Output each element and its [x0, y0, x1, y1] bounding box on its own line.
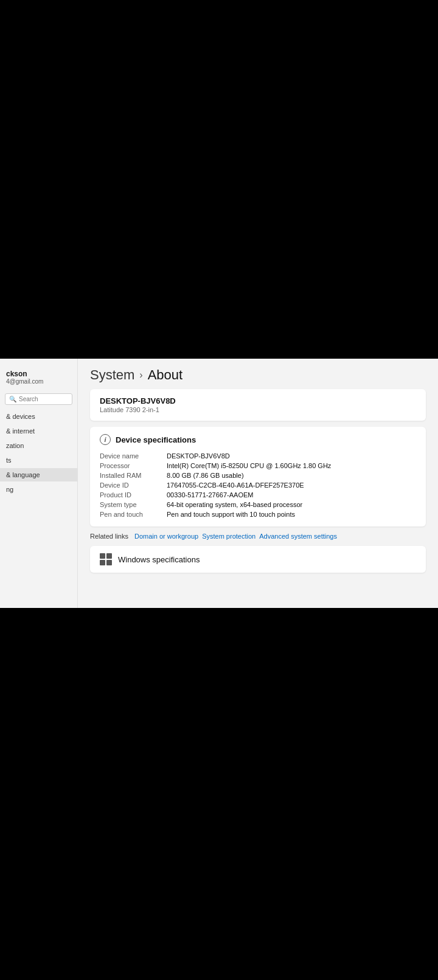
breadcrumb-arrow: › — [139, 370, 142, 381]
black-bottom-overlay — [0, 608, 438, 980]
spec-value-product-id: 00330-51771-27667-AAOEM — [167, 490, 416, 500]
settings-window: ckson 4@gmail.com 🔍 & devices & internet… — [0, 359, 438, 608]
device-model: Latitude 7390 2-in-1 — [100, 406, 416, 413]
sidebar-item-personalization[interactable]: zation — [0, 439, 77, 452]
spec-label-device-id: Device ID — [100, 480, 167, 490]
info-icon: i — [100, 434, 111, 445]
link-domain-workgroup[interactable]: Domain or workgroup — [134, 533, 198, 540]
table-row: Processor Intel(R) Core(TM) i5-8250U CPU… — [100, 461, 416, 471]
sidebar-email: 4@gmail.com — [6, 378, 71, 385]
spec-value-device-id: 17647055-C2CB-4E40-A61A-DFEF257E370E — [167, 480, 416, 490]
specs-card-header: i Device specifications — [100, 434, 416, 445]
table-row: Device ID 17647055-C2CB-4E40-A61A-DFEF25… — [100, 480, 416, 490]
sidebar-search-box[interactable]: 🔍 — [5, 393, 72, 405]
table-row: System type 64-bit operating system, x64… — [100, 500, 416, 509]
sidebar-item-accounts[interactable]: ts — [0, 454, 77, 467]
sidebar-item-internet[interactable]: & internet — [0, 424, 77, 438]
table-row: Product ID 00330-51771-27667-AAOEM — [100, 490, 416, 500]
search-input[interactable] — [19, 396, 61, 402]
sidebar-item-gaming[interactable]: ng — [0, 483, 77, 496]
spec-label-pen: Pen and touch — [100, 509, 167, 519]
sidebar-item-language[interactable]: & language — [0, 468, 77, 481]
spec-label-system-type: System type — [100, 500, 167, 509]
sidebar-username: ckson — [6, 370, 71, 378]
table-row: Installed RAM 8.00 GB (7.86 GB usable) — [100, 471, 416, 480]
spec-label-ram: Installed RAM — [100, 471, 167, 480]
spec-label-product-id: Product ID — [100, 490, 167, 500]
spec-value-system-type: 64-bit operating system, x64-based proce… — [167, 500, 416, 509]
specs-card-title: Device specifications — [116, 435, 196, 444]
sidebar-user-info: ckson 4@gmail.com — [0, 365, 77, 388]
page-header: System › About — [78, 359, 438, 389]
device-header-card: DESKTOP-BJV6V8D Latitude 7390 2-in-1 — [90, 389, 426, 421]
table-row: Pen and touch Pen and touch support with… — [100, 509, 416, 519]
sidebar-item-devices[interactable]: & devices — [0, 410, 77, 423]
related-links-label: Related links — [90, 533, 128, 540]
link-system-protection[interactable]: System protection — [202, 533, 255, 540]
windows-logo-icon — [100, 553, 112, 565]
search-icon: 🔍 — [9, 396, 16, 402]
device-name: DESKTOP-BJV6V8D — [100, 396, 416, 405]
windows-specs-card[interactable]: Windows specifications — [90, 546, 426, 573]
spec-label-processor: Processor — [100, 461, 167, 471]
related-links-section: Related links Domain or workgroup System… — [90, 533, 426, 540]
spec-value-processor: Intel(R) Core(TM) i5-8250U CPU @ 1.60GHz… — [167, 461, 416, 471]
breadcrumb-about: About — [148, 367, 183, 383]
spec-label-device-name: Device name — [100, 451, 167, 461]
spec-value-pen: Pen and touch support with 10 touch poin… — [167, 509, 416, 519]
sidebar: ckson 4@gmail.com 🔍 & devices & internet… — [0, 359, 78, 608]
black-top-overlay — [0, 0, 438, 359]
specs-table: Device name DESKTOP-BJV6V8D Processor In… — [100, 451, 416, 519]
spec-value-device-name: DESKTOP-BJV6V8D — [167, 451, 416, 461]
windows-specs-label: Windows specifications — [118, 555, 200, 564]
spec-value-ram: 8.00 GB (7.86 GB usable) — [167, 471, 416, 480]
device-specs-card: i Device specifications Device name DESK… — [90, 427, 426, 526]
main-content: System › About DESKTOP-BJV6V8D Latitude … — [78, 359, 438, 608]
breadcrumb-system[interactable]: System — [90, 367, 134, 383]
table-row: Device name DESKTOP-BJV6V8D — [100, 451, 416, 461]
link-advanced-system[interactable]: Advanced system settings — [259, 533, 337, 540]
